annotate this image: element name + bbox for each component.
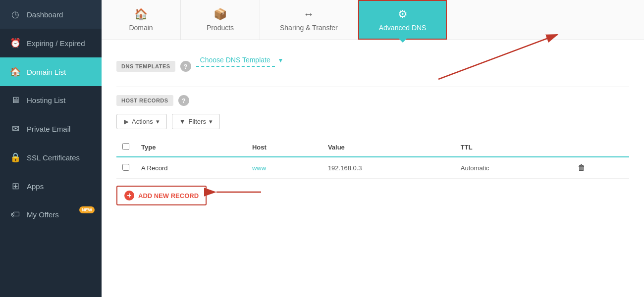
sidebar-item-apps[interactable]: ⊞ Apps bbox=[0, 172, 102, 200]
select-all-checkbox-header bbox=[116, 138, 135, 157]
sidebar-item-label: SSL Certificates bbox=[27, 153, 80, 162]
host-records-help-icon[interactable]: ? bbox=[178, 95, 189, 106]
dns-templates-tag: DNS TEMPLATES bbox=[116, 61, 175, 72]
actions-chevron-icon: ▾ bbox=[156, 118, 160, 125]
row-delete-cell: 🗑 bbox=[572, 157, 629, 179]
dashboard-icon: ◷ bbox=[10, 9, 21, 20]
dns-template-select[interactable]: Choose DNS Template Template 1 Template … bbox=[196, 54, 275, 67]
dns-template-dropdown-row: Choose DNS Template Template 1 Template … bbox=[196, 54, 284, 67]
content-area: DNS TEMPLATES ? Choose DNS Template Temp… bbox=[102, 40, 644, 297]
actions-play-icon: ▶ bbox=[124, 118, 129, 125]
sidebar-item-private-email[interactable]: ✉ Private Email bbox=[0, 114, 102, 143]
add-record-label: ADD NEW RECORD bbox=[138, 192, 199, 199]
actions-label: Actions bbox=[132, 118, 153, 125]
my-offers-icon: 🏷 bbox=[10, 209, 21, 220]
private-email-icon: ✉ bbox=[10, 123, 21, 134]
row-checkbox[interactable] bbox=[122, 164, 129, 171]
divider-1 bbox=[116, 87, 629, 87]
sidebar-item-ssl-certificates[interactable]: 🔒 SSL Certificates bbox=[0, 143, 102, 172]
tab-products-label: Products bbox=[207, 24, 234, 32]
add-record-arrow-annotation bbox=[212, 185, 271, 199]
tab-advanced-dns[interactable]: ⚙ Advanced DNS bbox=[358, 0, 447, 40]
table-header-row: Type Host Value TTL bbox=[116, 138, 629, 157]
hosting-list-icon: 🖥 bbox=[10, 95, 21, 105]
apps-icon: ⊞ bbox=[10, 181, 21, 192]
tab-products[interactable]: 📦 Products bbox=[181, 0, 260, 40]
sharing-tab-icon: ↔ bbox=[303, 8, 314, 21]
plus-icon: + bbox=[124, 191, 134, 200]
ssl-icon: 🔒 bbox=[10, 152, 21, 163]
sidebar: ◷ Dashboard ⏰ Expiring / Expired 🏠 Domai… bbox=[0, 0, 102, 297]
delete-icon[interactable]: 🗑 bbox=[578, 163, 586, 172]
add-record-container: + ADD NEW RECORD bbox=[116, 179, 207, 205]
tab-domain-label: Domain bbox=[129, 24, 153, 32]
actions-button[interactable]: ▶ Actions ▾ bbox=[116, 114, 167, 129]
row-host: www bbox=[246, 157, 322, 179]
sidebar-item-label: Domain List bbox=[27, 68, 66, 76]
sidebar-item-hosting-list[interactable]: 🖥 Hosting List bbox=[0, 86, 102, 114]
select-all-checkbox[interactable] bbox=[122, 143, 129, 150]
filters-funnel-icon: ▼ bbox=[179, 118, 186, 125]
tab-area: 🏠 Domain 📦 Products ↔ Sharing & Transfer… bbox=[102, 0, 644, 40]
row-value: 192.168.0.3 bbox=[322, 157, 455, 179]
host-records-section-header: HOST RECORDS ? bbox=[116, 95, 629, 106]
row-ttl: Automatic bbox=[455, 157, 572, 179]
action-row: ▶ Actions ▾ ▼ Filters ▾ bbox=[116, 114, 629, 129]
filters-button[interactable]: ▼ Filters ▾ bbox=[172, 114, 220, 129]
tab-domain[interactable]: 🏠 Domain bbox=[102, 0, 181, 40]
expiring-icon: ⏰ bbox=[10, 38, 21, 49]
records-table: Type Host Value TTL A Record www 192.168… bbox=[116, 138, 629, 179]
domain-list-icon: 🏠 bbox=[10, 66, 21, 77]
sidebar-item-expiring[interactable]: ⏰ Expiring / Expired bbox=[0, 29, 102, 57]
tab-sharing-transfer[interactable]: ↔ Sharing & Transfer bbox=[260, 0, 358, 40]
sidebar-item-dashboard[interactable]: ◷ Dashboard bbox=[0, 0, 102, 29]
tabs: 🏠 Domain 📦 Products ↔ Sharing & Transfer… bbox=[102, 0, 644, 40]
host-records-tag: HOST RECORDS bbox=[116, 95, 173, 106]
col-host: Host bbox=[246, 138, 322, 157]
tab-sharing-label: Sharing & Transfer bbox=[280, 24, 338, 32]
sidebar-item-domain-list[interactable]: 🏠 Domain List bbox=[0, 57, 102, 86]
sidebar-item-label: Private Email bbox=[27, 125, 70, 133]
sidebar-item-label: Apps bbox=[27, 182, 44, 191]
new-badge: NEW bbox=[79, 206, 95, 213]
row-type: A Record bbox=[135, 157, 246, 179]
dns-templates-help-icon[interactable]: ? bbox=[180, 61, 191, 72]
products-tab-icon: 📦 bbox=[214, 8, 227, 21]
add-new-record-button[interactable]: + ADD NEW RECORD bbox=[116, 186, 207, 205]
col-value: Value bbox=[322, 138, 455, 157]
table-row: A Record www 192.168.0.3 Automatic 🗑 bbox=[116, 157, 629, 179]
dropdown-chevron-icon: ▼ bbox=[278, 57, 284, 64]
filters-label: Filters bbox=[189, 118, 206, 125]
sidebar-item-my-offers[interactable]: 🏷 My Offers NEW bbox=[0, 200, 102, 229]
col-actions bbox=[572, 138, 629, 157]
filters-chevron-icon: ▾ bbox=[209, 118, 213, 125]
sidebar-item-label: Expiring / Expired bbox=[27, 39, 85, 48]
sidebar-item-label: Hosting List bbox=[27, 96, 65, 104]
col-type: Type bbox=[135, 138, 246, 157]
sidebar-item-label: My Offers bbox=[27, 210, 59, 219]
col-ttl: TTL bbox=[455, 138, 572, 157]
advanced-dns-tab-icon: ⚙ bbox=[398, 8, 408, 21]
main-content: 🏠 Domain 📦 Products ↔ Sharing & Transfer… bbox=[102, 0, 644, 297]
row-checkbox-cell bbox=[116, 157, 135, 179]
sidebar-item-label: Dashboard bbox=[27, 10, 63, 19]
dns-templates-section-header: DNS TEMPLATES ? Choose DNS Template Temp… bbox=[116, 54, 629, 79]
tab-advanced-dns-label: Advanced DNS bbox=[379, 24, 427, 32]
domain-tab-icon: 🏠 bbox=[134, 8, 148, 21]
